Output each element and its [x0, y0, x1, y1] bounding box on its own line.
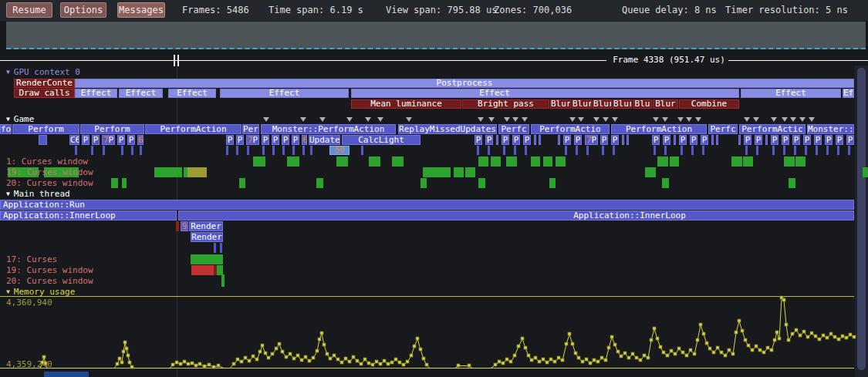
memory-sample-marker	[517, 345, 520, 348]
lock-bar[interactable]	[784, 157, 795, 167]
lock-bar[interactable]	[506, 157, 517, 167]
lock-bar[interactable]	[491, 157, 501, 167]
memory-sample-marker	[123, 341, 127, 344]
memory-sample-marker	[747, 344, 750, 347]
lock-bar[interactable]	[543, 157, 552, 167]
memory-sample-marker	[674, 352, 677, 355]
memory-sample-marker	[422, 357, 425, 360]
memory-sample-marker	[822, 334, 825, 337]
lock-bar[interactable]	[239, 178, 245, 188]
memory-sample-marker	[758, 348, 762, 352]
lock-bar[interactable]	[191, 265, 214, 275]
memory-sample-marker	[416, 337, 419, 340]
lock-bar[interactable]	[795, 157, 806, 167]
lock-bar[interactable]	[670, 157, 679, 167]
memory-sample-marker	[549, 358, 552, 361]
lock-bar[interactable]	[454, 167, 464, 177]
memory-sample-marker	[833, 335, 836, 338]
memory-sample-marker	[42, 355, 46, 358]
lock-bar[interactable]	[478, 178, 485, 188]
memory-sample-marker	[318, 338, 321, 341]
memory-sample-marker	[806, 335, 809, 338]
memory-sample-marker	[304, 355, 307, 358]
lock-bar[interactable]	[556, 157, 566, 167]
memory-sample-marker	[292, 357, 296, 360]
lock-label: 20: Curses window	[6, 276, 93, 286]
lock-bar[interactable]	[478, 157, 488, 167]
memory-sample-marker	[278, 342, 281, 345]
memory-sample-marker	[604, 358, 607, 362]
lock-bar[interactable]	[531, 157, 540, 167]
lock-bar[interactable]	[789, 178, 795, 188]
lock-bar[interactable]	[863, 167, 868, 177]
memory-sample-marker	[738, 319, 741, 322]
memory-sample-marker	[120, 361, 123, 364]
memory-sample-marker	[320, 332, 323, 335]
memory-sample-marker	[527, 354, 530, 357]
memory-sample-marker	[203, 365, 206, 368]
memory-sample-marker	[818, 338, 821, 341]
lock-bar[interactable]	[662, 178, 669, 188]
memory-sample-marker	[593, 358, 596, 362]
memory-sample-marker	[702, 332, 705, 335]
lock-bar[interactable]	[743, 157, 753, 167]
lock-bar[interactable]	[465, 167, 475, 177]
memory-sample-marker	[810, 332, 813, 335]
memory-sample-marker	[670, 349, 673, 352]
memory-sample-marker	[716, 346, 719, 349]
memory-sample-marker	[183, 360, 186, 363]
memory-plot[interactable]	[0, 0, 868, 377]
memory-sample-marker	[616, 350, 620, 353]
memory-sample-marker	[379, 362, 382, 365]
lock-bar[interactable]	[420, 178, 427, 188]
lock-bar[interactable]	[336, 157, 348, 167]
memory-sample-marker	[300, 358, 303, 362]
lock-bar[interactable]	[423, 167, 451, 177]
lock-bar[interactable]	[392, 157, 404, 167]
lock-bar[interactable]	[253, 157, 265, 167]
memory-sample-marker	[398, 361, 401, 364]
memory-sample-marker	[240, 360, 243, 363]
memory-sample-marker	[352, 355, 355, 358]
memory-sample-marker	[728, 348, 731, 352]
memory-sample-marker	[191, 362, 194, 365]
lock-bar[interactable]	[316, 178, 323, 188]
lock-label: 1: Curses window	[6, 157, 88, 167]
memory-sample-marker	[837, 338, 840, 341]
lock-bar[interactable]	[191, 254, 223, 264]
memory-sample-marker	[171, 363, 174, 366]
lock-label: 17: Curses	[6, 254, 57, 264]
memory-sample-marker	[356, 359, 359, 362]
memory-sample-marker	[643, 354, 646, 357]
lock-bar[interactable]	[645, 167, 656, 177]
memory-sample-marker	[775, 331, 778, 334]
lock-bar[interactable]	[154, 167, 182, 177]
memory-sample-marker	[457, 364, 460, 367]
memory-sample-marker	[44, 362, 47, 365]
memory-sample-marker	[538, 360, 541, 363]
lock-bar[interactable]	[369, 157, 380, 167]
memory-sample-marker	[581, 360, 584, 363]
memory-sample-marker	[118, 357, 121, 360]
lock-bar[interactable]	[221, 274, 225, 287]
memory-sample-marker	[344, 357, 347, 360]
memory-sample-marker	[248, 359, 251, 362]
memory-sample-marker	[653, 327, 656, 330]
memory-sample-marker	[705, 342, 708, 345]
lock-bar[interactable]	[657, 157, 668, 167]
lock-bar[interactable]	[731, 157, 742, 167]
lock-bar[interactable]	[122, 178, 127, 188]
memory-sample-marker	[787, 338, 790, 342]
memory-sample-marker	[826, 336, 829, 339]
memory-sample-marker	[589, 362, 592, 365]
memory-sample-marker	[699, 323, 702, 326]
lock-bar[interactable]	[549, 178, 556, 188]
lock-bar[interactable]	[111, 178, 118, 188]
memory-sample-marker	[545, 361, 549, 364]
memory-sample-marker	[639, 358, 642, 362]
memory-sample-marker	[585, 358, 588, 361]
memory-sample-marker	[236, 358, 239, 361]
lock-bar[interactable]	[187, 167, 207, 177]
lock-bar[interactable]	[287, 157, 299, 167]
memory-sample-marker	[340, 361, 343, 364]
